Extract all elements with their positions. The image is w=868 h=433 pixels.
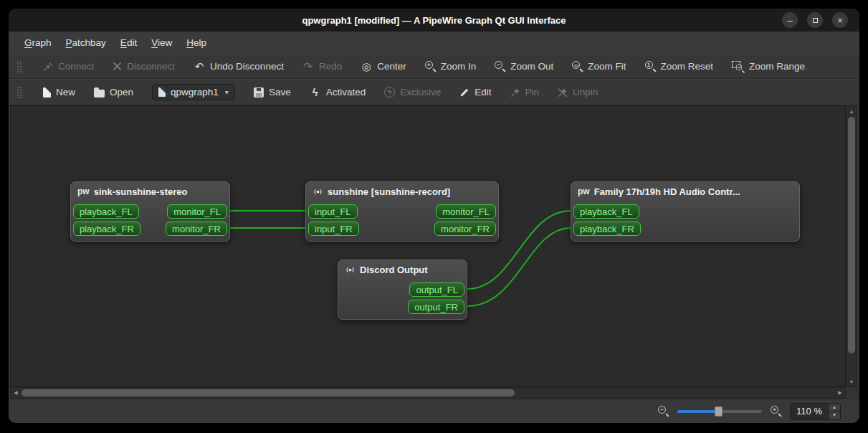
- new-file-icon: [43, 87, 51, 97]
- vertical-scrollbar-thumb[interactable]: [848, 117, 855, 353]
- zoom-reset-button[interactable]: 1 Zoom Reset: [645, 61, 714, 72]
- horizontal-scrollbar[interactable]: ◀ ▶: [10, 387, 846, 399]
- maximize-icon: [813, 18, 818, 23]
- chevron-down-icon: ▾: [225, 88, 229, 96]
- new-button[interactable]: New: [43, 87, 75, 97]
- audio-input-port[interactable]: playback_FL: [73, 204, 139, 219]
- zoom-slider[interactable]: [677, 406, 762, 417]
- exclusive-toggle[interactable]: ϟ Exclusive: [384, 87, 441, 97]
- zoom-in-button[interactable]: + Zoom In: [425, 61, 477, 72]
- node-title-text: sunshine [sunshine-record]: [328, 186, 450, 197]
- redo-icon: ↷: [302, 61, 314, 72]
- statusbar: − + 110 % ▴ ▾: [9, 399, 859, 423]
- exclusive-icon: ϟ: [384, 87, 395, 97]
- disconnect-button[interactable]: Disconnect: [113, 61, 175, 72]
- titlebar[interactable]: qpwgraph1 [modified] — A PipeWire Graph …: [9, 9, 859, 32]
- edit-toggle[interactable]: Edit: [459, 87, 491, 97]
- scroll-left-button[interactable]: ◀: [11, 388, 21, 398]
- zoom-spinbox[interactable]: 110 % ▴ ▾: [790, 403, 841, 420]
- audio-input-port[interactable]: input_FL: [308, 204, 358, 219]
- vertical-scrollbar[interactable]: ▲ ▼: [846, 105, 857, 387]
- node-title-text: sink-sunshine-stereo: [94, 186, 188, 197]
- toolbar-drag-handle[interactable]: [17, 61, 22, 72]
- patchbay-toolbar: New Open qpwgraph1 ▾ Save ϟ Activated ϟ …: [9, 79, 859, 105]
- node-ports: playback_FL playback_FR: [571, 201, 799, 236]
- minimize-button[interactable]: –: [782, 12, 798, 28]
- menu-graph[interactable]: Graph: [17, 32, 59, 54]
- node-ports: input_FL monitor_FL input_FR monitor_FR: [306, 201, 498, 236]
- node-title-text: Family 17h/19h HD Audio Contr...: [594, 186, 740, 197]
- zoom-out-button[interactable]: − Zoom Out: [495, 61, 553, 72]
- scroll-up-button[interactable]: ▲: [846, 106, 857, 116]
- zoom-in-icon: +: [425, 61, 436, 72]
- close-button[interactable]: ×: [832, 12, 848, 28]
- maximize-button[interactable]: [807, 12, 823, 28]
- open-folder-icon: [94, 90, 105, 97]
- zoom-in-icon[interactable]: +: [771, 406, 781, 417]
- zoom-fit-icon: ▭: [572, 61, 583, 72]
- audio-output-port[interactable]: monitor_FL: [167, 204, 227, 219]
- connections-layer: [11, 106, 846, 387]
- center-icon: ◎: [361, 61, 372, 72]
- redo-button[interactable]: ↷ Redo: [302, 61, 342, 72]
- menu-view[interactable]: View: [144, 32, 179, 54]
- audio-output-port[interactable]: output_FR: [408, 300, 464, 314]
- connect-button[interactable]: Connect: [43, 61, 94, 72]
- scroll-down-button[interactable]: ▼: [846, 376, 857, 386]
- disconnect-icon: [113, 62, 122, 71]
- audio-input-port[interactable]: playback_FR: [573, 222, 641, 236]
- node-header[interactable]: Discord Output: [338, 260, 467, 279]
- audio-output-port[interactable]: output_FL: [409, 282, 464, 297]
- scroll-right-button[interactable]: ▶: [835, 388, 845, 398]
- graph-canvas[interactable]: pw sink-sunshine-stereo playback_FL moni…: [10, 105, 846, 387]
- minimize-icon: –: [787, 16, 792, 25]
- menu-help[interactable]: Help: [179, 32, 214, 54]
- save-icon: [254, 87, 264, 97]
- window-controls: – ×: [782, 9, 848, 32]
- zoom-fit-button[interactable]: ▭ Zoom Fit: [572, 61, 626, 72]
- node-family-hd-audio[interactable]: pw Family 17h/19h HD Audio Contr... play…: [571, 181, 800, 242]
- stream-icon: [345, 265, 356, 275]
- audio-input-port[interactable]: playback_FL: [573, 204, 639, 219]
- node-header[interactable]: sunshine [sunshine-record]: [306, 182, 498, 201]
- save-button[interactable]: Save: [254, 87, 291, 97]
- toolbar-drag-handle[interactable]: [17, 87, 22, 98]
- menu-edit[interactable]: Edit: [113, 32, 144, 54]
- node-title-text: Discord Output: [360, 265, 428, 275]
- zoom-slider-handle[interactable]: [715, 406, 722, 417]
- node-sunshine[interactable]: sunshine [sunshine-record] input_FL moni…: [305, 181, 499, 242]
- zoom-range-button[interactable]: Zoom Range: [732, 61, 805, 72]
- horizontal-scrollbar-thumb[interactable]: [22, 389, 515, 396]
- patchbay-file-icon: [158, 87, 166, 97]
- stream-icon: [313, 186, 323, 197]
- app-window: qpwgraph1 [modified] — A PipeWire Graph …: [9, 9, 859, 423]
- node-discord-output[interactable]: Discord Output output_FL output_FR: [338, 260, 467, 320]
- hscroll-row: ◀ ▶: [9, 387, 859, 399]
- audio-output-port[interactable]: monitor_FR: [166, 222, 227, 236]
- node-header[interactable]: pw sink-sunshine-stereo: [71, 182, 229, 201]
- audio-output-port[interactable]: monitor_FR: [434, 222, 496, 236]
- open-button[interactable]: Open: [94, 87, 133, 97]
- zoom-spin-down-button[interactable]: ▾: [829, 411, 840, 419]
- zoom-spin-up-button[interactable]: ▴: [829, 404, 840, 411]
- scrollbar-corner: [846, 387, 859, 399]
- patchbay-file-selector[interactable]: qpwgraph1 ▾: [152, 84, 235, 100]
- audio-output-port[interactable]: monitor_FL: [436, 204, 496, 219]
- undo-disconnect-button[interactable]: ↶ Undo Disconnect: [194, 61, 284, 72]
- zoom-value: 110 %: [791, 406, 828, 417]
- audio-input-port[interactable]: playback_FR: [73, 222, 140, 236]
- connect-icon: [43, 62, 53, 72]
- node-sink-sunshine-stereo[interactable]: pw sink-sunshine-stereo playback_FL moni…: [70, 181, 230, 242]
- close-icon: ×: [837, 16, 843, 25]
- center-button[interactable]: ◎ Center: [361, 61, 406, 72]
- unpin-button[interactable]: Unpin: [558, 87, 598, 97]
- pin-button[interactable]: Pin: [510, 87, 540, 97]
- menu-patchbay[interactable]: Patchbay: [59, 32, 113, 54]
- zoom-slider-fill: [677, 410, 717, 413]
- zoom-out-icon[interactable]: −: [658, 406, 669, 417]
- graph-toolbar: Connect Disconnect ↶ Undo Disconnect ↷ R…: [9, 54, 859, 79]
- audio-input-port[interactable]: input_FR: [308, 222, 359, 236]
- node-header[interactable]: pw Family 17h/19h HD Audio Contr...: [571, 182, 799, 201]
- activated-toggle[interactable]: ϟ Activated: [310, 87, 366, 98]
- zoom-out-icon: −: [495, 61, 505, 72]
